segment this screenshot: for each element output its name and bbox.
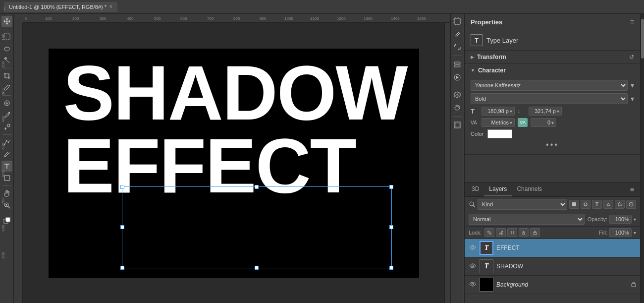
font-family-chevron[interactable]: ▾ <box>631 81 634 89</box>
font-size-input[interactable] <box>484 108 509 114</box>
transform-refresh[interactable]: ↺ <box>629 54 634 61</box>
layer-eye-effect[interactable] <box>469 244 477 251</box>
filter-pixel-icon[interactable] <box>569 200 579 209</box>
font-size-input-group[interactable]: ▾ <box>482 107 515 116</box>
brush-preset-tool[interactable] <box>452 29 463 40</box>
tracking-input-group[interactable]: ▾ <box>482 118 515 127</box>
scrollbar-thumb[interactable] <box>641 19 644 59</box>
opacity-chevron[interactable]: ▾ <box>634 217 636 222</box>
font-style-row: Bold ▾ <box>471 93 634 104</box>
filter-icons: T <box>569 200 636 209</box>
lock-transparent-icon[interactable] <box>484 228 494 237</box>
fill-input[interactable] <box>609 228 632 237</box>
svg-rect-37 <box>454 62 460 64</box>
svg-text:1400: 1400 <box>391 16 400 21</box>
font-style-chevron[interactable]: ▾ <box>631 95 634 103</box>
lock-image-icon[interactable] <box>496 228 506 237</box>
handle-middle-right[interactable] <box>389 225 393 229</box>
layer-name-shadow: SHADOW <box>496 263 636 270</box>
properties-menu-icon[interactable]: ≡ <box>630 18 634 26</box>
type-icon: T <box>475 37 479 44</box>
main-layout: 0 100 200 300 400 500 600 700 800 900 10… <box>0 14 644 303</box>
color-swatch[interactable] <box>487 129 512 138</box>
color-swap-tool[interactable] <box>452 42 463 53</box>
artboard-tool[interactable] <box>452 16 463 27</box>
handle-bottom-left[interactable] <box>120 266 124 270</box>
canvas-area: 0 100 200 300 400 500 600 700 800 900 10… <box>14 14 450 303</box>
leading-input-group[interactable]: ▾ <box>529 107 562 116</box>
lock-artboard-icon[interactable] <box>507 228 517 237</box>
tracking-stepper[interactable]: ▾ <box>510 120 512 125</box>
handle-bottom-middle[interactable] <box>255 266 259 270</box>
kind-select[interactable]: Kind <box>478 199 567 210</box>
more-options-button[interactable]: ••• <box>471 138 634 151</box>
handle-middle-left[interactable] <box>120 225 124 229</box>
character-content: Yanone Kaffeesatz ▾ Bold ▾ T ▾ <box>465 77 640 154</box>
canvas-content[interactable]: SHADOW EFFECT <box>49 49 419 278</box>
filter-off-icon[interactable] <box>626 200 636 209</box>
horizontal-ruler: 0 100 200 300 400 500 600 700 800 900 10… <box>23 14 450 23</box>
history-tool[interactable] <box>452 59 463 70</box>
tab-channels[interactable]: Channels <box>512 182 547 196</box>
svg-text:1200: 1200 <box>337 16 346 21</box>
text-line2: EFFECT <box>63 127 407 204</box>
layer-eye-background[interactable] <box>469 281 477 288</box>
svg-rect-50 <box>487 233 489 235</box>
svg-point-52 <box>501 231 503 233</box>
layer-item-shadow[interactable]: T SHADOW <box>465 257 640 276</box>
tab-close-button[interactable]: × <box>109 4 112 9</box>
opacity-row: Opacity: ▾ <box>588 215 636 224</box>
opacity-input[interactable] <box>609 215 632 224</box>
kerning-input-group[interactable]: ▾ <box>531 118 556 127</box>
layers-panel-menu[interactable]: ≡ <box>626 183 638 195</box>
right-tool-separator <box>453 56 462 56</box>
kerning-input[interactable] <box>533 120 550 125</box>
actions-tool[interactable] <box>452 72 463 83</box>
tracking-input[interactable] <box>484 120 509 125</box>
font-family-row: Yanone Kaffeesatz ▾ <box>471 80 634 91</box>
panel-scrollbar[interactable] <box>640 14 644 303</box>
canvas-wrapper: SHADOW EFFECT <box>23 23 444 303</box>
svg-text:900: 900 <box>260 16 267 21</box>
canvas-v-scrollbar[interactable] <box>444 23 450 303</box>
font-family-select[interactable]: Yanone Kaffeesatz <box>471 80 628 91</box>
filter-shape-icon[interactable] <box>603 200 613 209</box>
svg-text:1000: 1000 <box>284 16 293 21</box>
layers-panel: 3D Layers Channels ≡ Kind T <box>465 182 640 303</box>
leading-stepper[interactable]: ▾ <box>557 109 559 114</box>
layer-name-effect: EFFECT <box>496 244 636 251</box>
svg-rect-49 <box>489 233 491 235</box>
transform-header[interactable]: ▶ Transform ↺ <box>465 51 640 63</box>
font-size-stepper[interactable]: ▾ <box>510 109 512 114</box>
frame-tool[interactable] <box>452 120 463 130</box>
filter-smart-icon[interactable] <box>615 200 625 209</box>
tab-layers[interactable]: Layers <box>484 182 512 196</box>
handle-bottom-right[interactable] <box>389 266 393 270</box>
kerning-stepper[interactable]: ▾ <box>551 120 554 125</box>
smart-object-tool[interactable] <box>452 102 463 113</box>
font-size-icon: T <box>471 108 479 115</box>
tab-title: Untitled-1 @ 100% (EFFECT, RGB/8#) * <box>9 4 107 10</box>
character-arrow: ▼ <box>471 68 475 73</box>
document-tab[interactable]: Untitled-1 @ 100% (EFFECT, RGB/8#) * × <box>4 2 117 12</box>
layers-tabs: 3D Layers Channels ≡ <box>465 182 640 197</box>
layer-eye-shadow[interactable] <box>469 263 477 270</box>
svg-text:300: 300 <box>100 16 107 21</box>
character-header[interactable]: ▼ Character <box>465 64 640 77</box>
svg-point-45 <box>584 203 587 206</box>
layer-item-background[interactable]: Background <box>465 276 640 294</box>
3d-tool[interactable] <box>452 89 463 100</box>
size-leading-row: T ▾ ↕ ▾ <box>471 107 634 116</box>
layer-item-effect[interactable]: T EFFECT <box>465 239 640 257</box>
filter-type-icon[interactable]: T <box>592 200 602 209</box>
font-style-select[interactable]: Bold <box>471 93 628 104</box>
blend-mode-select[interactable]: Normal <box>469 214 585 225</box>
svg-rect-58 <box>632 284 636 287</box>
fill-chevron[interactable]: ▾ <box>634 230 636 236</box>
lock-position-icon[interactable] <box>519 228 529 237</box>
filter-adjustment-icon[interactable] <box>581 200 590 209</box>
tab-3d[interactable]: 3D <box>467 182 484 196</box>
text-line1: SHADOW <box>63 59 407 128</box>
leading-input[interactable] <box>531 108 556 114</box>
lock-all-icon[interactable] <box>530 228 540 237</box>
